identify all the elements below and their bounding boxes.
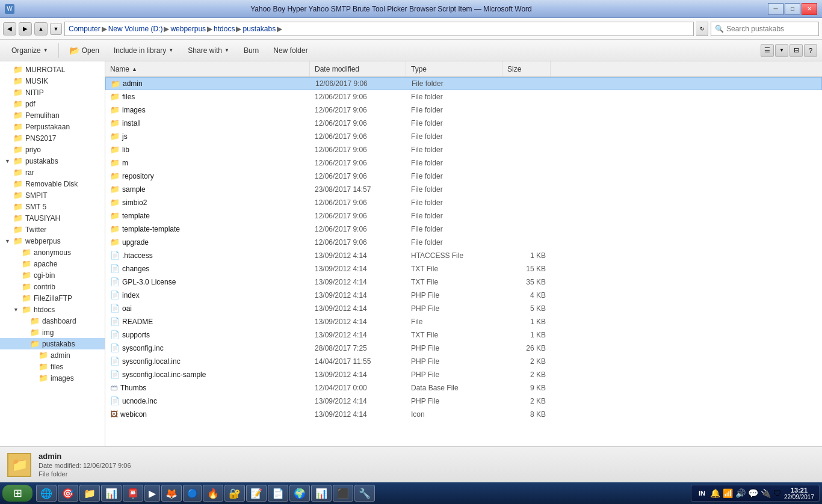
sidebar-item-filezillaftp[interactable]: 📁FileZillaFTP <box>0 292 105 304</box>
view-arrow-icon[interactable]: ▼ <box>775 44 788 57</box>
table-row[interactable]: 📁files12/06/2017 9:06File folder <box>105 90 822 103</box>
table-row[interactable]: 📁simbio212/06/2017 9:06File folder <box>105 196 822 209</box>
taskbar-app-explorer2[interactable]: 📁 <box>79 485 100 502</box>
table-row[interactable]: 📁template12/06/2017 9:06File folder <box>105 209 822 223</box>
sidebar-item-webperpus[interactable]: ▼📁webperpus <box>0 235 105 247</box>
table-row[interactable]: 📁images12/06/2017 9:06File folder <box>105 103 822 117</box>
open-button[interactable]: 📂 Open <box>63 42 106 59</box>
taskbar-app-outlook[interactable]: 📮 <box>123 485 143 502</box>
start-button[interactable]: ⊞ <box>2 485 32 502</box>
sidebar-item-img[interactable]: 📁img <box>0 327 105 338</box>
col-header-type[interactable]: Type <box>406 61 502 76</box>
sidebar-item-pustakabs[interactable]: ▼📁pustakabs <box>0 155 105 167</box>
breadcrumb-drive[interactable]: New Volume (D:) <box>108 25 163 33</box>
address-refresh-button[interactable]: ↻ <box>696 22 708 36</box>
table-row[interactable]: 🗃Thumbs12/04/2017 0:00Data Base File9 KB <box>105 381 822 395</box>
sidebar-item-tausiyah[interactable]: 📁TAUSIYAH <box>0 212 105 224</box>
taskbar-app-ie[interactable]: 🌐 <box>36 485 57 502</box>
tray-msg-icon[interactable]: 💬 <box>748 488 758 498</box>
taskbar-app-cmd[interactable]: ⬛ <box>333 485 353 502</box>
search-input[interactable] <box>726 25 815 33</box>
sidebar-item-pdf[interactable]: 📁pdf <box>0 98 105 109</box>
taskbar-app-pdf[interactable]: 📄 <box>268 485 288 502</box>
sidebar-item-pustakabs[interactable]: 📁pustakabs <box>0 338 105 349</box>
table-row[interactable]: 📄changes13/09/2012 4:14TXT File15 KB <box>105 262 822 275</box>
table-row[interactable]: 📁template-template12/06/2017 9:06File fo… <box>105 223 822 236</box>
col-header-date[interactable]: Date modified <box>310 61 406 76</box>
taskbar-app-excel[interactable]: 📊 <box>311 485 332 502</box>
table-row[interactable]: 📄sysconfig.local.inc-sample13/09/2012 4:… <box>105 368 822 381</box>
sidebar-item-images[interactable]: 📁images <box>0 372 105 384</box>
table-row[interactable]: 📄sysconfig.inc28/08/2017 7:25PHP File26 … <box>105 342 822 355</box>
back-button[interactable]: ◀ <box>3 22 16 35</box>
table-row[interactable]: 📁upgrade12/06/2017 9:06File folder <box>105 236 822 249</box>
sidebar-item-dashboard[interactable]: 📁dashboard <box>0 315 105 327</box>
organize-button[interactable]: Organize ▼ <box>5 42 55 59</box>
new-folder-button[interactable]: New folder <box>267 42 314 59</box>
table-row[interactable]: 📄sysconfig.local.inc14/04/2017 11:55PHP … <box>105 355 822 368</box>
sidebar-item-anonymous[interactable]: 📁anonymous <box>0 247 105 258</box>
breadcrumb-pustakabs[interactable]: pustakabs <box>243 25 276 33</box>
breadcrumb-webperpus[interactable]: webperpus <box>170 25 206 33</box>
breadcrumb-htdocs[interactable]: htdocs <box>214 25 235 33</box>
view-preview-button[interactable]: ⊟ <box>790 44 803 57</box>
close-button[interactable]: ✕ <box>802 3 817 15</box>
sidebar-item-pns2017[interactable]: 📁PNS2017 <box>0 132 105 144</box>
table-row[interactable]: 📄oai13/09/2012 4:14PHP File5 KB <box>105 302 822 315</box>
share-with-button[interactable]: Share with ▼ <box>181 42 236 59</box>
table-row[interactable]: 📄supports13/09/2012 4:14TXT File1 KB <box>105 328 822 342</box>
minimize-button[interactable]: ─ <box>768 3 783 15</box>
taskbar-app-explorer3[interactable]: 📊 <box>101 485 122 502</box>
sidebar-item-rar[interactable]: 📁rar <box>0 167 105 178</box>
help-button[interactable]: ? <box>804 44 817 57</box>
breadcrumb-computer[interactable]: Computer <box>69 25 100 33</box>
taskbar-app-network[interactable]: 🌍 <box>289 485 310 502</box>
sidebar-item-apache[interactable]: 📁apache <box>0 258 105 269</box>
sidebar-item-musik[interactable]: 📁MUSIK <box>0 75 105 87</box>
tray-volume-icon[interactable]: 🔊 <box>735 488 746 498</box>
sidebar-item-perpustakaan[interactable]: 📁Perpustakaan <box>0 121 105 132</box>
nav-down-button[interactable]: ▼ <box>50 23 62 35</box>
table-row[interactable]: 📁install12/06/2017 9:06File folder <box>105 117 822 130</box>
sidebar-item-pemulihan[interactable]: 📁Pemulihan <box>0 109 105 121</box>
tray-antivirus-icon[interactable]: 🛡 <box>773 488 782 498</box>
taskbar-app-media[interactable]: ▶ <box>144 485 160 502</box>
sidebar-item-priyo[interactable]: 📁priyo <box>0 144 105 155</box>
sidebar-item-files[interactable]: 📁files <box>0 361 105 372</box>
sidebar-item-cgi-bin[interactable]: 📁cgi-bin <box>0 269 105 281</box>
search-box[interactable]: 🔍 <box>711 22 819 36</box>
taskbar-app-lock[interactable]: 🔐 <box>224 485 245 502</box>
view-details-button[interactable]: ☰ <box>761 44 774 57</box>
table-row[interactable]: 📁m12/06/2017 9:06File folder <box>105 156 822 170</box>
table-row[interactable]: 📄ucnode.inc13/09/2012 4:14PHP File2 KB <box>105 395 822 408</box>
table-row[interactable]: 📄.htaccess13/09/2012 4:14HTACCESS File1 … <box>105 249 822 262</box>
tray-usb-icon[interactable]: 🔌 <box>761 488 771 498</box>
taskbar-app-chrome[interactable]: 🔵 <box>183 485 202 502</box>
tray-notify-icon[interactable]: 🔔 <box>710 488 720 498</box>
taskbar-app-word[interactable]: 📝 <box>246 485 267 502</box>
taskbar-app-firefox[interactable]: 🦊 <box>161 485 182 502</box>
sidebar-item-twitter[interactable]: 📁Twitter <box>0 224 105 235</box>
include-library-button[interactable]: Include in library ▼ <box>107 42 180 59</box>
table-row[interactable]: 📁sample23/08/2017 14:57File folder <box>105 183 822 196</box>
table-row[interactable]: 📄README13/09/2012 4:14File1 KB <box>105 315 822 328</box>
sidebar-item-htdocs[interactable]: ▼📁htdocs <box>0 304 105 315</box>
sidebar-item-nitip[interactable]: 📁NITIP <box>0 87 105 98</box>
up-button[interactable]: ▲ <box>34 22 48 35</box>
sidebar-item-contrib[interactable]: 📁contrib <box>0 281 105 292</box>
col-header-name[interactable]: Name ▲ <box>105 61 310 76</box>
table-row[interactable]: 📁lib12/06/2017 9:06File folder <box>105 143 822 156</box>
sidebar-item-smt-5[interactable]: 📁SMT 5 <box>0 201 105 212</box>
sidebar-item-removable-disk[interactable]: 📁Removable Disk <box>0 178 105 189</box>
table-row[interactable]: 📄index13/09/2012 4:14PHP File4 KB <box>105 289 822 302</box>
col-header-size[interactable]: Size <box>502 61 551 76</box>
sidebar-item-smpit[interactable]: 📁SMPIT <box>0 189 105 201</box>
table-row[interactable]: 📁repository12/06/2017 9:06File folder <box>105 170 822 183</box>
maximize-button[interactable]: □ <box>785 3 800 15</box>
taskbar-app-firefox2[interactable]: 🔥 <box>203 485 223 502</box>
taskbar-app-tool[interactable]: 🔧 <box>354 485 375 502</box>
tray-network-icon[interactable]: 📶 <box>723 488 733 498</box>
table-row[interactable]: 📄GPL-3.0 License13/09/2012 4:14TXT File3… <box>105 275 822 289</box>
table-row[interactable]: 📁admin12/06/2017 9:06File folder <box>105 77 822 90</box>
forward-button[interactable]: ▶ <box>19 22 32 35</box>
